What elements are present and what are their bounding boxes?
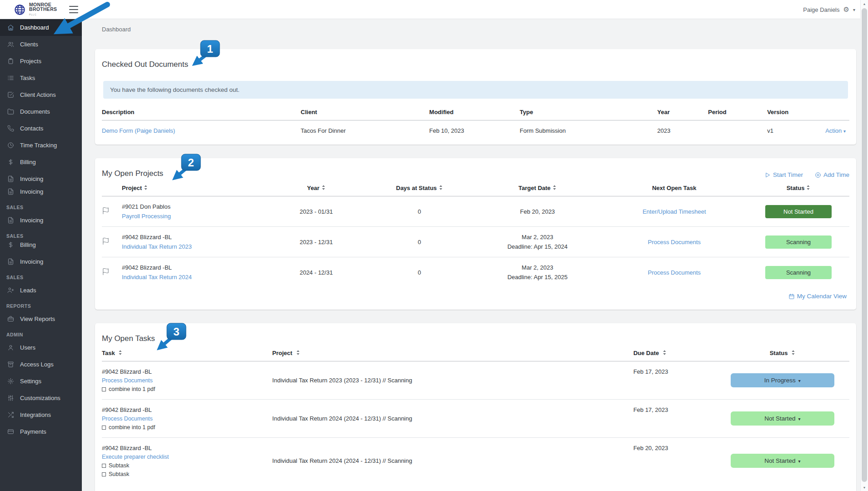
sidebar-item-view-reports[interactable]: View Reports xyxy=(0,311,82,327)
sidebar-item-clients[interactable]: Clients xyxy=(0,36,82,53)
my-calendar-view-label: My Calendar View xyxy=(797,293,847,300)
my-calendar-view-link[interactable]: My Calendar View xyxy=(788,293,847,300)
sidebar-item-invoicing[interactable]: Invoicing xyxy=(0,212,82,229)
sidebar-item-time-tracking[interactable]: Time Tracking xyxy=(0,137,82,154)
sidebar-toggle-button[interactable] xyxy=(69,6,78,13)
sidebar-item-label: Billing xyxy=(20,159,36,165)
checkbox-icon[interactable] xyxy=(102,387,106,391)
sidebar-item-settings[interactable]: Settings xyxy=(0,373,82,390)
sidebar-item-invoicing[interactable]: Invoicing xyxy=(0,253,82,270)
chevron-down-icon: ▾ xyxy=(798,459,800,464)
sidebar-item-billing[interactable]: Billing xyxy=(0,240,82,253)
column-header-task[interactable]: Task xyxy=(102,343,272,361)
app-logo[interactable]: MONROE BROTHERS PLLC xyxy=(14,2,57,17)
sidebar-item-billing[interactable]: Billing xyxy=(0,154,82,170)
list-icon xyxy=(7,75,14,81)
sort-icon xyxy=(806,185,810,190)
column-header-project[interactable]: Project xyxy=(122,178,268,196)
file-icon xyxy=(7,217,14,224)
next-open-task-link[interactable]: Enter/Upload Timesheet xyxy=(642,208,706,215)
sidebar-item-label: Payments xyxy=(20,428,46,435)
scroll-up-button[interactable]: ▲ xyxy=(861,0,868,7)
task-status-dropdown[interactable]: Not Started▾ xyxy=(731,454,834,468)
column-header: Description xyxy=(102,102,301,120)
sidebar-item-users[interactable]: Users xyxy=(0,339,82,356)
project-target-date: Feb 20, 2023 xyxy=(474,201,601,222)
scrollbar-thumb[interactable] xyxy=(862,8,867,482)
sidebar-item-invoicing[interactable]: Invoicing xyxy=(0,170,82,187)
column-header-due-date[interactable]: Due Date xyxy=(633,343,716,361)
task-project: Individual Tax Return 2023 (2023 - 12/31… xyxy=(272,370,633,391)
vertical-scrollbar[interactable]: ▲ ▼ xyxy=(860,0,868,491)
task-link[interactable]: Process Documents xyxy=(102,416,153,422)
task-status-dropdown[interactable]: In Progress▾ xyxy=(731,373,834,387)
project-row: #9042 Blizzard -BLIndividual Tax Return … xyxy=(102,257,849,287)
checkbox-icon[interactable] xyxy=(102,426,106,430)
chevron-down-icon: ▾ xyxy=(798,378,801,383)
task-status-dropdown[interactable]: Not Started▾ xyxy=(731,411,834,426)
status-badge: Scanning xyxy=(765,266,832,279)
project-row: #9042 Blizzard -BLIndividual Tax Return … xyxy=(102,226,849,257)
checked-out-documents-card: Checked Out Documents You have the follo… xyxy=(95,49,856,145)
project-link[interactable]: Payroll Processing xyxy=(122,213,171,220)
folder-icon xyxy=(7,108,14,115)
scroll-down-button[interactable]: ▼ xyxy=(861,484,868,491)
open-projects-card: My Open Projects Start Timer Add Time Pr… xyxy=(95,158,856,310)
checkbox-icon[interactable] xyxy=(102,464,106,468)
sidebar-section-sales: SALES xyxy=(0,200,82,212)
sidebar-item-invoicing[interactable]: Invoicing xyxy=(0,187,82,200)
add-time-link[interactable]: Add Time xyxy=(815,171,849,178)
sidebar-item-leads[interactable]: Leads xyxy=(0,282,82,299)
task-link[interactable]: Process Documents xyxy=(102,377,153,384)
task-id: #9042 Blizzard -BL xyxy=(102,406,272,413)
sidebar-item-label: Contacts xyxy=(20,125,43,132)
document-period xyxy=(708,124,767,138)
project-flag[interactable] xyxy=(102,261,122,284)
sidebar-item-integrations[interactable]: Integrations xyxy=(0,406,82,423)
archive-icon xyxy=(7,361,14,368)
project-link[interactable]: Individual Tax Return 2023 xyxy=(122,243,192,250)
document-link[interactable]: Demo Form (Paige Daniels) xyxy=(102,127,175,134)
sidebar-item-projects[interactable]: Projects xyxy=(0,53,82,70)
project-status-cell: Not Started xyxy=(748,198,849,225)
task-due-date: Feb 17, 2023 xyxy=(633,400,716,437)
sort-icon xyxy=(791,350,795,356)
task-status-cell: Not Started▾ xyxy=(716,447,849,475)
action-dropdown[interactable]: Action ▾ xyxy=(825,127,846,134)
sidebar-item-payments[interactable]: Payments xyxy=(0,423,82,440)
sidebar-item-customizations[interactable]: Customizations xyxy=(0,390,82,406)
project-link[interactable]: Individual Tax Return 2024 xyxy=(122,274,192,281)
project-id: #9042 Blizzard -BL xyxy=(122,264,268,271)
sidebar-item-access-logs[interactable]: Access Logs xyxy=(0,356,82,373)
next-open-task-link[interactable]: Process Documents xyxy=(648,269,701,276)
column-header-status[interactable]: Status xyxy=(716,343,849,361)
column-header-year[interactable]: Year xyxy=(268,178,365,196)
column-header-project[interactable]: Project xyxy=(272,343,633,361)
project-name-cell: #9021 Don PablosPayroll Processing xyxy=(122,196,268,226)
sidebar-item-client-actions[interactable]: Client Actions xyxy=(0,86,82,103)
sidebar-item-dashboard[interactable]: Dashboard xyxy=(0,19,82,36)
column-header-status[interactable]: Status xyxy=(748,178,849,196)
sort-icon xyxy=(321,185,326,190)
sidebar-item-documents[interactable]: Documents xyxy=(0,103,82,120)
breadcrumb: Dashboard xyxy=(82,19,860,33)
status-badge: Scanning xyxy=(765,235,832,249)
project-flag[interactable] xyxy=(102,230,122,253)
project-flag[interactable] xyxy=(102,200,122,223)
top-header: MONROE BROTHERS PLLC Paige Daniels ⚙ ▾ xyxy=(0,0,868,19)
start-timer-link[interactable]: Start Timer xyxy=(764,171,803,178)
task-link[interactable]: Execute preparer checklist xyxy=(102,454,169,460)
sidebar-item-tasks[interactable]: Tasks xyxy=(0,70,82,86)
plus-circle-icon xyxy=(815,172,821,178)
flag-icon xyxy=(102,268,110,276)
sidebar-item-contacts[interactable]: Contacts xyxy=(0,120,82,137)
user-menu[interactable]: Paige Daniels ⚙ ▾ xyxy=(803,0,855,19)
next-open-task-link[interactable]: Process Documents xyxy=(648,239,701,246)
task-name-cell: #9042 Blizzard -BLProcess Documentscombi… xyxy=(102,400,272,437)
open-tasks-card: My Open Tasks Task Project Due Date Stat… xyxy=(95,323,856,491)
checkbox-icon[interactable] xyxy=(102,472,106,476)
open-tasks-table-header: Task Project Due Date Status xyxy=(102,343,849,361)
sidebar-item-label: Access Logs xyxy=(20,361,54,368)
column-header-days-at-status[interactable]: Days at Status xyxy=(365,178,474,196)
column-header-target-date[interactable]: Target Date xyxy=(474,178,601,196)
